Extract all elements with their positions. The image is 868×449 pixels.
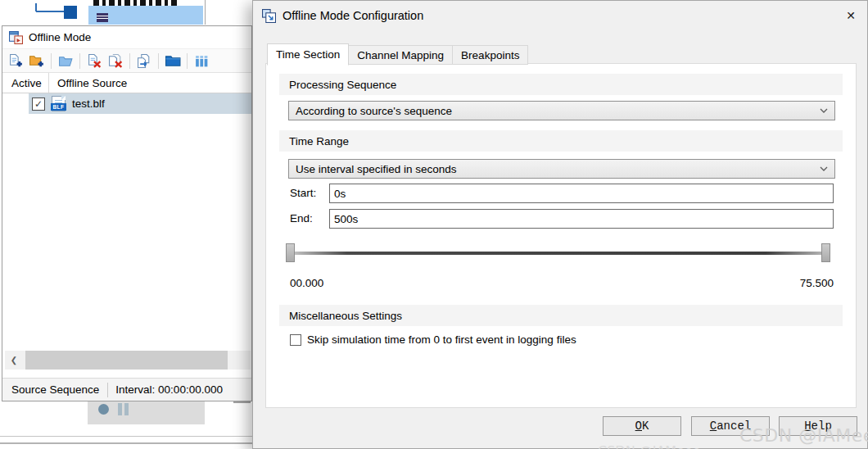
toolbar-separator bbox=[129, 53, 130, 69]
tab-bar: Time Section Channel Mapping Breakpoints bbox=[267, 43, 528, 65]
toolbar-separator bbox=[79, 53, 80, 69]
row-indent bbox=[2, 93, 29, 114]
status-interval: Interval: 00:00:00.000 bbox=[108, 383, 223, 396]
start-label: Start: bbox=[290, 187, 316, 199]
blf-badge: BLF bbox=[51, 103, 66, 111]
remove-all-icon[interactable] bbox=[106, 52, 124, 70]
end-input[interactable] bbox=[329, 209, 834, 229]
panel-status-bar: Source Sequence Interval: 00:00:00.000 bbox=[2, 378, 251, 401]
tab-channel-mapping[interactable]: Channel Mapping bbox=[349, 45, 453, 65]
status-mode: Source Sequence bbox=[2, 383, 107, 396]
column-header-row: Active Offline Source bbox=[2, 73, 251, 93]
horizontal-scrollbar[interactable]: ❮ bbox=[5, 351, 251, 370]
active-checkbox[interactable]: ✓ bbox=[32, 98, 45, 111]
toolbar-separator bbox=[187, 53, 188, 69]
range-end-label: 75.500 bbox=[800, 277, 834, 289]
blf-file-icon: BLF bbox=[52, 96, 66, 111]
time-section-tab-panel: Processing Sequence According to source'… bbox=[265, 63, 857, 408]
skip-simulation-checkbox[interactable] bbox=[290, 334, 301, 346]
background-divider bbox=[0, 442, 252, 444]
csdn-watermark: CSDN @IAMeee bbox=[739, 425, 868, 446]
columns-icon[interactable] bbox=[192, 52, 210, 70]
ok-button[interactable]: OK bbox=[603, 416, 681, 436]
close-icon[interactable]: ✕ bbox=[843, 7, 859, 24]
diagram-connector-line bbox=[36, 11, 65, 12]
offline-mode-configuration-dialog: Offline Mode Configuration ✕ Time Sectio… bbox=[252, 0, 868, 449]
panel-toolbar bbox=[2, 48, 251, 73]
offline-mode-panel: Offline Mode bbox=[2, 25, 252, 401]
dropdown-value: Use interval specified in seconds bbox=[296, 163, 457, 175]
offline-mode-icon bbox=[9, 30, 23, 44]
clipped-text-fragment bbox=[93, 0, 179, 6]
processing-sequence-header: Processing Sequence bbox=[279, 74, 843, 95]
tab-time-section[interactable]: Time Section bbox=[267, 43, 349, 66]
table-row[interactable]: ✓ BLF test.blf bbox=[2, 93, 251, 114]
dialog-title: Offline Mode Configuration bbox=[283, 9, 423, 22]
panel-title: Offline Mode bbox=[29, 31, 91, 43]
background-divider bbox=[0, 436, 252, 437]
source-file-name: test.blf bbox=[72, 98, 105, 110]
processing-sequence-dropdown[interactable]: According to source's sequence bbox=[288, 101, 835, 120]
chevron-down-icon bbox=[820, 108, 828, 113]
dropdown-value: According to source's sequence bbox=[296, 105, 452, 117]
csdn-watermark-fragment: CSDN @IAMeee bbox=[598, 443, 701, 449]
tab-breakpoints[interactable]: Breakpoints bbox=[453, 45, 528, 65]
column-header-active[interactable]: Active bbox=[2, 73, 49, 93]
time-range-dropdown[interactable]: Use interval specified in seconds bbox=[288, 159, 835, 179]
panel-titlebar: Offline Mode bbox=[2, 26, 251, 48]
folder-icon[interactable] bbox=[164, 52, 182, 70]
time-range-slider-track bbox=[293, 252, 830, 255]
chevron-down-icon bbox=[820, 166, 828, 171]
start-input[interactable] bbox=[329, 184, 834, 203]
slider-handle-left[interactable] bbox=[286, 243, 295, 262]
scroll-left-arrow-icon[interactable]: ❮ bbox=[5, 356, 23, 365]
add-file-icon[interactable] bbox=[7, 52, 25, 70]
node-table-icon bbox=[97, 13, 108, 22]
dialog-icon bbox=[262, 9, 276, 23]
skip-simulation-label: Skip simulation time from 0 to first eve… bbox=[307, 333, 576, 346]
selected-node-box bbox=[88, 6, 203, 25]
pause-icon bbox=[118, 403, 122, 415]
dialog-titlebar: Offline Mode Configuration bbox=[253, 1, 867, 30]
add-folder-icon[interactable] bbox=[28, 52, 46, 70]
range-start-label: 00.000 bbox=[290, 277, 323, 289]
copy-file-icon[interactable] bbox=[135, 52, 153, 70]
network-node-square bbox=[64, 6, 77, 19]
time-range-header: Time Range bbox=[279, 130, 843, 152]
record-dot-icon bbox=[98, 404, 109, 415]
toolbar-separator bbox=[158, 53, 159, 69]
scrollbar-thumb[interactable] bbox=[25, 351, 228, 370]
selected-source-row[interactable]: ✓ BLF test.blf bbox=[29, 93, 251, 114]
toolbar-separator bbox=[51, 53, 52, 69]
remove-file-icon[interactable] bbox=[85, 52, 103, 70]
end-label: End: bbox=[290, 212, 313, 224]
pause-icon bbox=[124, 403, 129, 415]
slider-handle-right[interactable] bbox=[821, 243, 830, 262]
background-panel-border bbox=[205, 0, 206, 25]
column-header-offline-source[interactable]: Offline Source bbox=[49, 77, 127, 89]
miscellaneous-settings-header: Miscellaneous Settings bbox=[279, 305, 843, 326]
open-folder-icon[interactable] bbox=[57, 52, 75, 70]
